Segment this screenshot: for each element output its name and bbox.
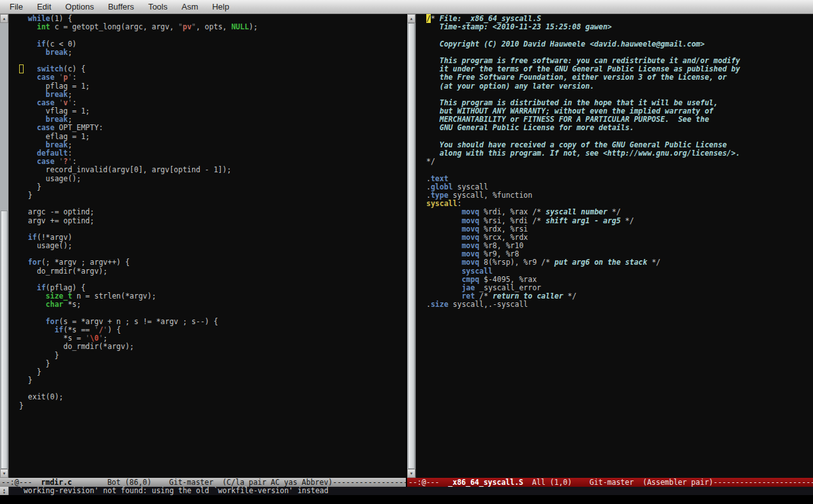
modeline-flags: --:@--- [408,478,448,487]
code-line [19,385,406,393]
code-line: (at your option) any later version. [426,82,813,91]
modeline-syscall[interactable]: --:@--- _x86_64_syscall.S All (1,0) Git-… [407,478,813,487]
code-line: } [19,191,406,200]
scroll-down-button[interactable]: ▼ [0,469,8,478]
menu-item-help[interactable]: Help [205,1,236,13]
code-window-c: ▲ ▼ while(1) { int c = getopt_long(argc,… [0,14,406,487]
menu-item-edit[interactable]: Edit [30,1,58,13]
code-line: usage(); [19,242,406,250]
scroll-up-button[interactable]: ▲ [407,14,415,23]
echo-area[interactable]: ▲▼ `working-revision' not found: using t… [0,487,813,495]
modeline-info: Bot (86,0) Git-master (C/la pair AC yas … [72,478,406,487]
echo-message: `working-revision' not found: using the … [9,487,329,495]
code-line: char *s; [19,300,406,309]
menu-item-buffers[interactable]: Buffers [101,1,141,13]
code-line [426,166,813,174]
code-line: usage(); [19,175,406,183]
code-line: switch(c) { [19,65,406,73]
asm-source-text[interactable]: /* File: _x86_64_syscall.S Time-stamp: <… [416,14,813,478]
menu-item-options[interactable]: Options [58,1,101,13]
text-cursor-hollow [19,64,24,73]
minibuffer-scrollbar: ▲▼ [0,487,9,495]
code-line: } [19,402,406,410]
scroll-up-button[interactable]: ▲ [0,14,8,23]
code-line: int c = getopt_long(argc, argv, "pv", op… [19,23,406,31]
buffer-name: rmdir.c [41,478,71,487]
text-cursor-block: / [426,14,431,23]
code-line: along with this program. If not, see <ht… [426,149,813,158]
modeline-info: All (1,0) Git-master (Assembler pair)---… [523,478,813,487]
code-line: */ [426,158,813,166]
code-line: default: [19,149,406,158]
code-line: do_rmdir(*argv); [19,343,406,351]
modeline-rmdir[interactable]: --:@--- rmdir.c Bot (86,0) Git-master (C… [0,478,406,487]
menu-item-file[interactable]: File [3,1,30,13]
menu-bar: FileEditOptionsBuffersToolsAsmHelp [0,0,813,14]
code-line: vflag = 1; [19,107,406,115]
modeline-flags: --:@--- [1,478,41,487]
code-line: break; [19,91,406,99]
code-line: exit(0); [19,393,406,401]
code-line: } [19,352,406,360]
code-line [19,31,406,40]
code-line: } [19,360,406,368]
scrollbar-thumb[interactable] [408,23,415,469]
left-scrollbar[interactable]: ▲ ▼ [0,14,9,478]
scrollbar-thumb[interactable] [1,211,8,469]
code-line: } [19,183,406,191]
right-scrollbar[interactable]: ▲ ▼ [407,14,416,478]
code-line: pflag = 1; [19,82,406,91]
code-window-asm: ▲ ▼ /* File: _x86_64_syscall.S Time-stam… [406,14,813,487]
scroll-down-button[interactable]: ▼ [407,469,415,478]
c-source-text[interactable]: while(1) { int c = getopt_long(argc, arg… [9,14,406,478]
code-line: Time-stamp: <2010-11-23 15:25:08 gawen> [426,23,813,31]
code-line: eflag = 1; [19,133,406,141]
code-line: break; [19,48,406,57]
menu-item-tools[interactable]: Tools [141,1,174,13]
down-arrow-icon: ▼ [3,491,5,494]
code-line: } [19,376,406,385]
menu-item-asm[interactable]: Asm [174,1,205,13]
code-line: do_rmdir(*argv); [19,267,406,276]
editor-split: ▲ ▼ while(1) { int c = getopt_long(argc,… [0,14,813,487]
code-line [19,225,406,233]
code-line: GNU General Public License for more deta… [426,124,813,132]
code-line: argv += optind; [19,217,406,225]
code-line: Copyright (C) 2010 David Hauweele <david… [426,40,813,48]
code-line: .size syscall,.-syscall [426,300,813,309]
code-line: if(!*argv) [19,233,406,242]
code-line: .type syscall, %function [426,191,813,200]
scrollbar-track[interactable] [407,23,415,469]
buffer-name: _x86_64_syscall.S [448,478,523,487]
code-line: break; [19,141,406,149]
code-line: } [19,368,406,376]
scrollbar-track[interactable] [0,23,8,469]
code-line: if(c < 0) [19,40,406,48]
